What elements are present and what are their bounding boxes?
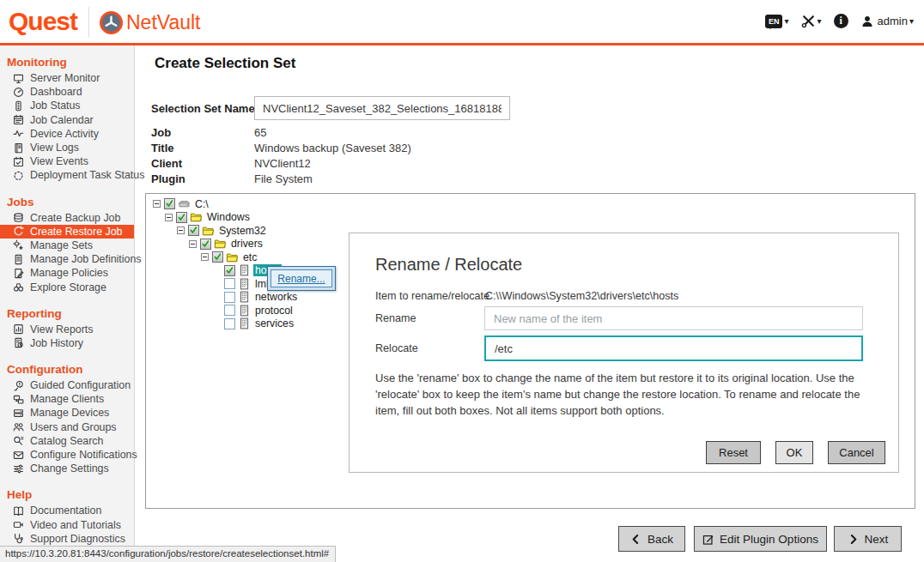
checkbox-etc[interactable] xyxy=(212,251,223,263)
ok-button[interactable]: OK xyxy=(775,441,813,464)
reset-button[interactable]: Reset xyxy=(706,441,761,464)
support-diagnostics-icon xyxy=(13,533,24,544)
dialog-help-text: Use the 'rename' box to change the name … xyxy=(375,371,887,420)
quest-logo[interactable]: Quest xyxy=(9,7,77,36)
sidebar-item-explore-storage[interactable]: Explore Storage xyxy=(0,280,134,293)
language-menu[interactable]: EN ▾ xyxy=(765,15,789,28)
selection-tree: C:\WindowsSystem32driversetchostslmhosts… xyxy=(145,193,915,509)
manage-policies-icon xyxy=(13,268,24,279)
netvault-logo[interactable]: NetVault xyxy=(126,11,201,34)
sidebar-item-deployment-task-status[interactable]: Deployment Task Status xyxy=(0,168,134,182)
sidebar-item-label: Job Calendar xyxy=(30,114,94,126)
sidebar-item-label: Video and Tutorials xyxy=(30,519,121,531)
sidebar-item-change-settings[interactable]: Change Settings xyxy=(0,462,134,475)
checkbox-networks[interactable] xyxy=(224,292,235,303)
item-to-rename-value: C:\\Windows\System32\drivers\etc\hosts xyxy=(485,290,678,302)
sidebar-item-catalog-search[interactable]: Catalog Search xyxy=(0,434,134,448)
collapse-icon[interactable] xyxy=(165,214,173,221)
checkbox-hosts[interactable] xyxy=(224,265,235,276)
sidebar-item-guided-configuration[interactable]: Guided Configuration xyxy=(0,378,134,392)
checkbox-windows[interactable] xyxy=(176,212,187,223)
rename-input[interactable] xyxy=(484,306,863,330)
tree-spacer xyxy=(213,320,221,328)
language-icon: EN xyxy=(765,15,783,28)
sidebar-item-manage-policies[interactable]: Manage Policies xyxy=(0,266,134,280)
video-tutorials-icon xyxy=(13,519,24,530)
tools-menu[interactable]: ▾ xyxy=(801,14,822,28)
sidebar-item-create-backup-job[interactable]: Create Backup Job xyxy=(0,211,134,225)
drive-icon xyxy=(178,198,191,210)
device-activity-icon xyxy=(13,128,24,139)
user-menu[interactable]: admin ▾ xyxy=(860,15,914,28)
sidebar-item-manage-job-definitions[interactable]: Manage Job Definitions xyxy=(0,252,134,266)
sidebar-item-job-calendar[interactable]: Job Calendar xyxy=(0,113,134,127)
info-button[interactable]: i xyxy=(834,14,848,28)
sidebar-item-label: Create Backup Job xyxy=(30,212,120,224)
sidebar-item-view-reports[interactable]: View Reports xyxy=(0,323,134,336)
next-button[interactable]: Next xyxy=(834,526,902,552)
sidebar-item-support-diagnostics[interactable]: Support Diagnostics xyxy=(0,532,134,546)
sidebar-item-label: Deployment Task Status xyxy=(30,169,144,181)
checkbox-lmhosts[interactable] xyxy=(224,278,235,289)
view-events-icon xyxy=(13,156,24,167)
tree-label[interactable]: networks xyxy=(253,291,299,303)
sidebar-item-label: Manage Job Definitions xyxy=(30,253,142,265)
tree-label[interactable]: System32 xyxy=(217,225,268,237)
cancel-button[interactable]: Cancel xyxy=(828,441,885,464)
sidebar-item-documentation[interactable]: Documentation xyxy=(0,504,134,517)
tree-spacer xyxy=(213,280,221,287)
tree-label[interactable]: services xyxy=(253,317,295,329)
documentation-icon xyxy=(13,505,24,517)
checkbox-services[interactable] xyxy=(224,318,235,329)
sidebar-item-users-and-groups[interactable]: Users and Groups xyxy=(0,420,134,434)
sidebar-item-job-status[interactable]: Job Status xyxy=(0,99,134,112)
collapse-icon[interactable] xyxy=(177,227,185,234)
chevron-down-icon: ▾ xyxy=(784,16,788,26)
context-menu-item-rename[interactable]: Rename... xyxy=(271,269,332,287)
sidebar-item-device-activity[interactable]: Device Activity xyxy=(0,127,134,141)
file-icon xyxy=(238,305,251,317)
sidebar-item-create-restore-job[interactable]: Create Restore Job xyxy=(0,225,134,239)
collapse-icon[interactable] xyxy=(201,253,209,261)
next-button-label: Next xyxy=(865,533,889,546)
brand-divider xyxy=(88,7,89,38)
tree-label[interactable]: drivers xyxy=(229,238,264,250)
sidebar-section-reporting: Reporting xyxy=(0,305,134,323)
tree-label[interactable]: C:\ xyxy=(193,198,210,210)
tree-label[interactable]: protocol xyxy=(253,305,295,317)
sidebar-item-label: View Events xyxy=(30,155,88,167)
job-calendar-icon xyxy=(13,114,24,125)
checkbox-drivers[interactable] xyxy=(200,239,211,250)
back-button[interactable]: Back xyxy=(618,526,685,552)
sidebar-item-configure-notifications[interactable]: Configure Notifications xyxy=(0,448,134,462)
edit-plugin-options-button[interactable]: Edit Plugin Options xyxy=(694,526,827,552)
sidebar-item-manage-sets[interactable]: Manage Sets xyxy=(0,239,134,252)
checkbox-protocol[interactable] xyxy=(224,305,235,316)
chevron-down-icon: ▾ xyxy=(909,16,914,26)
tree-spacer xyxy=(213,306,221,314)
edit-plugin-options-label: Edit Plugin Options xyxy=(720,533,818,546)
tree-label[interactable]: etc xyxy=(241,251,258,263)
sidebar-item-label: Manage Clients xyxy=(30,393,104,405)
checkbox-system32[interactable] xyxy=(188,225,199,236)
sidebar-item-video-and-tutorials[interactable]: Video and Tutorials xyxy=(0,518,134,532)
tree-label[interactable]: Windows xyxy=(205,211,252,223)
sidebar-item-dashboard[interactable]: Dashboard xyxy=(0,85,134,99)
sidebar-item-manage-clients[interactable]: Manage Clients xyxy=(0,392,134,406)
selection-set-name-input[interactable] xyxy=(254,96,510,120)
change-settings-icon xyxy=(13,463,24,474)
sidebar-item-view-logs[interactable]: View Logs xyxy=(0,141,134,154)
guided-config-icon xyxy=(13,380,24,391)
collapse-icon[interactable] xyxy=(153,200,161,208)
checkbox-c[interactable] xyxy=(164,198,175,209)
explore-storage-icon xyxy=(13,281,24,293)
sidebar-item-view-events[interactable]: View Events xyxy=(0,154,134,168)
relocate-input[interactable] xyxy=(484,335,863,361)
tree-node-c: C:\ xyxy=(146,197,915,211)
view-logs-icon xyxy=(13,142,24,154)
sidebar-item-manage-devices[interactable]: Manage Devices xyxy=(0,406,134,420)
collapse-icon[interactable] xyxy=(189,240,197,248)
sidebar-item-job-history[interactable]: Job History xyxy=(0,336,134,350)
sidebar-item-label: Create Restore Job xyxy=(30,226,122,238)
sidebar-item-server-monitor[interactable]: Server Monitor xyxy=(0,71,134,85)
